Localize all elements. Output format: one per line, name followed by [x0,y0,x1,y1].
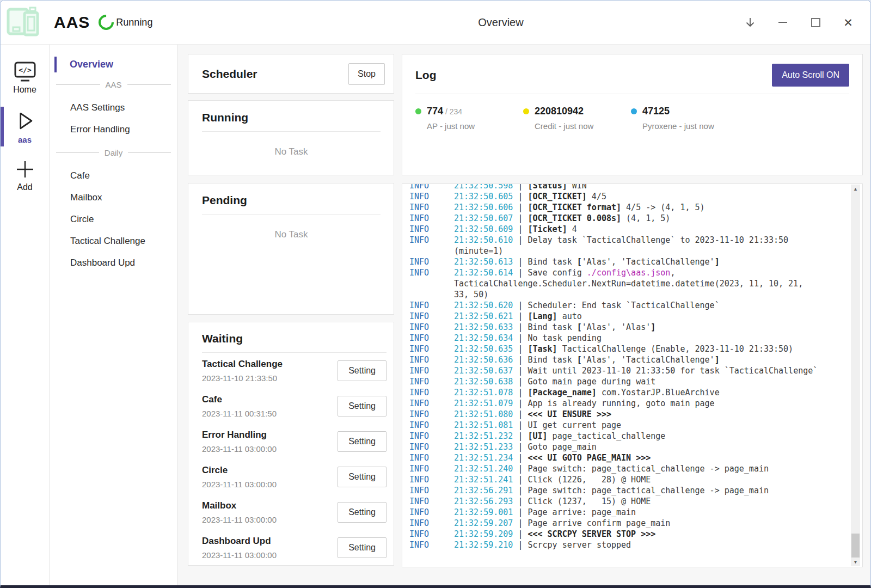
running-card: Running No Task [188,100,394,175]
log-level: INFO [409,518,454,529]
scrollbar-thumb[interactable] [851,534,860,558]
log-text-segment: ./config\aas.json [587,268,671,278]
log-message: 21:32:50.614 | Save config ./config\aas.… [454,267,821,300]
window-frame: AAS Running Overview ✕ </> Home [0,0,871,588]
home-code-monitor-icon: </> [13,61,37,83]
log-timestamp: 21:32:51.234 [454,453,513,463]
sidebar-item-overview[interactable]: Overview [54,57,177,72]
log-level: INFO [409,474,454,485]
dashboard-value: 774 / 234 [427,106,475,117]
sidebar-item-error-handling[interactable]: Error Handling [50,119,177,140]
hide-to-tray-icon[interactable] [743,15,757,29]
log-level: INFO [409,540,454,550]
waiting-task-setting-button[interactable]: Setting [338,360,387,381]
log-line: INFO21:32:50.613 | Bind task ['Alas', 'T… [409,256,841,267]
log-timestamp: 21:32:50.620 [454,301,513,310]
log-timestamp: 21:32:59.001 [454,507,513,517]
minimize-icon[interactable] [776,15,790,29]
waiting-task-next-run: 2023-11-11 03:00:00 [202,480,277,489]
log-text-segment: Bind task [527,257,576,267]
log-line: INFO21:32:59.209 | <<< SCRCPY SERVER STO… [409,529,841,540]
log-timestamp: 21:32:50.607 [454,213,513,223]
log-text-segment: Click (1226, 28) @ HOME [527,475,651,485]
rail-item-home[interactable]: </> Home [1,58,49,98]
log-text-segment: Save config [527,268,586,278]
sidebar-item-circle[interactable]: Circle [50,209,177,230]
scroll-down-icon[interactable]: ▼ [851,558,860,566]
sidebar-item-dashboard-upd[interactable]: Dashboard Upd [50,252,177,274]
rail-item-aas[interactable]: aas [1,106,49,148]
waiting-task-setting-button[interactable]: Setting [338,537,387,558]
log-text-segment: [OCR_TICKET] [527,192,586,201]
log-level: INFO [409,322,454,333]
dashboard-item-credit: 220810942Credit - just now [523,106,631,131]
log-separator: | [513,518,527,528]
sidebar-item-tactical-challenge[interactable]: Tactical Challenge [50,230,177,252]
close-icon[interactable]: ✕ [841,15,855,29]
waiting-task-setting-button[interactable]: Setting [338,396,387,416]
log-message: 21:32:50.613 | Bind task ['Alas', 'Tacti… [454,256,821,267]
play-icon [13,109,37,133]
sidebar-section-divider: AAS [56,80,171,89]
sidebar-item-cafe[interactable]: Cafe [50,165,177,187]
waiting-task-setting-button[interactable]: Setting [338,502,387,523]
log-line: INFO21:32:50.610 | Delay task `TacticalC… [409,235,841,256]
scroll-up-icon[interactable]: ▲ [851,185,860,193]
log-separator: | [513,420,527,430]
log-separator: | [513,388,527,397]
log-text-segment: auto [557,311,582,321]
log-text-segment: ] [715,355,720,365]
pending-card: Pending No Task [188,183,394,315]
log-text-segment: Page arrive confirm page_main [527,518,670,528]
log-timestamp: 21:32:50.637 [454,366,513,376]
waiting-task-name: Mailbox [202,500,277,511]
log-text-segment: App is already running, goto main page [527,399,714,408]
log-text-segment: [ [577,322,582,332]
log-output[interactable]: INFO21:32:50.598 | [Status] WININFO21:32… [402,183,863,567]
sidebar-item-aas-settings[interactable]: AAS Settings [50,97,177,119]
log-line: INFO21:32:50.620 | Scheduler: End task `… [409,300,841,311]
waiting-task-setting-button[interactable]: Setting [338,431,387,452]
dashboard-item-values: 774 / 234AP - just now [427,106,475,131]
log-message: 21:32:50.607 | [OCR_TICKET 0.008s] (4, 1… [454,213,821,224]
waiting-task-info: Circle2023-11-11 03:00:00 [202,465,277,489]
log-timestamp: 21:32:59.210 [454,540,513,550]
log-level: INFO [409,529,454,540]
dashboard-caption: AP - just now [427,121,475,131]
log-level: INFO [409,463,454,474]
maximize-icon[interactable] [808,15,823,29]
log-line: INFO21:32:51.081 | UI get current page [409,420,841,431]
log-text-segment: 'Alas', 'TacticalChallenge' [582,257,715,267]
log-scrollbar[interactable]: ▲ ▼ [851,185,860,566]
log-message: 21:32:56.293 | Click (1237, 15) @ HOME [454,496,821,507]
log-message: 21:32:50.609 | [Ticket] 4 [454,224,821,235]
log-line: INFO21:32:51.240 | Page switch: page_tac… [409,463,841,474]
log-timestamp: 21:32:51.240 [454,464,513,474]
log-line: INFO21:32:50.609 | [Ticket] 4 [409,224,841,235]
log-message: 21:32:50.633 | Bind task ['Alas', 'Alas'… [454,322,821,333]
log-message: 21:32:59.210 | Scrcpy server stopped [454,540,821,550]
rail-item-add[interactable]: Add [1,155,49,195]
auto-scroll-button[interactable]: Auto Scroll ON [772,64,849,87]
log-message: 21:32:50.637 | Wait until 2023-11-10 21:… [454,365,821,376]
log-text-segment: 4 [567,224,577,234]
log-separator: | [513,529,527,539]
stop-button[interactable]: Stop [348,63,385,85]
log-timestamp: 21:32:50.606 [454,203,513,212]
app-logo-icon [6,5,41,39]
log-text-segment: [Lang] [527,311,557,321]
waiting-task-row: Mailbox2023-11-11 03:00:00Setting [202,494,387,530]
log-separator: | [513,442,527,452]
waiting-card: Waiting Tactical Challenge2023-11-10 21:… [188,322,394,566]
waiting-task-info: Dashboard Upd2023-11-11 03:00:00 [202,536,277,560]
log-line: INFO21:32:50.636 | Bind task ['Alas', 'T… [409,354,841,365]
log-timestamp: 21:32:51.233 [454,442,513,452]
waiting-task-setting-button[interactable]: Setting [338,467,387,487]
log-line: INFO21:32:51.080 | <<< UI ENSURE >>> [409,409,841,420]
log-line: INFO21:32:59.210 | Scrcpy server stopped [409,540,841,550]
log-text-segment: Bind task [527,355,576,365]
waiting-task-info: Cafe2023-11-11 00:31:50 [202,394,277,418]
sidebar-item-mailbox[interactable]: Mailbox [50,187,177,209]
waiting-task-row: Tactical Challenge2023-11-10 21:33:50Set… [202,353,387,388]
log-text-segment: Page arrive: page_main [527,507,636,517]
